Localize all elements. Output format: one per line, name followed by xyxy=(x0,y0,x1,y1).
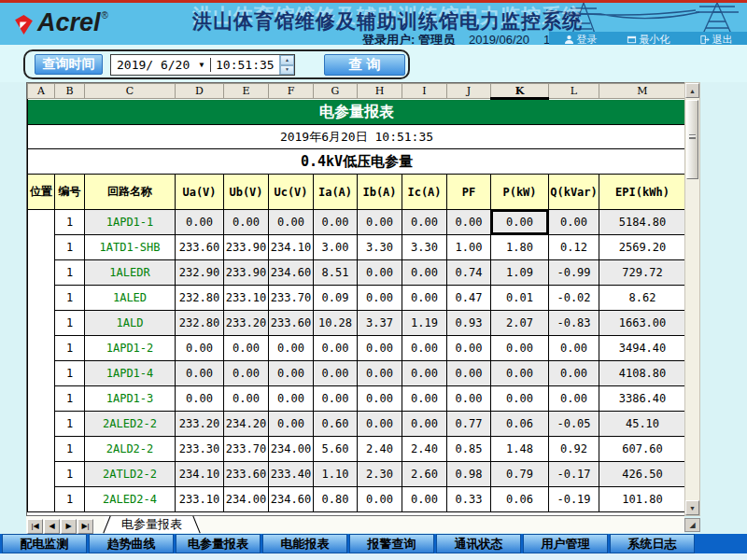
report-datetime[interactable]: 2019年6月20日 10:51:35 xyxy=(28,125,686,149)
circuit-name-cell[interactable]: 1ALED xyxy=(85,286,176,311)
column-header-6[interactable]: Ia(A) xyxy=(314,175,358,210)
circuit-number-cell[interactable]: 1 xyxy=(55,361,85,386)
value-cell[interactable]: 8.51 xyxy=(314,260,358,286)
value-cell[interactable]: 0.00 xyxy=(549,336,599,361)
value-cell[interactable]: 1.80 xyxy=(491,235,549,260)
value-cell[interactable]: 0.00 xyxy=(224,210,269,235)
value-cell[interactable]: 1663.00 xyxy=(599,311,686,336)
value-cell[interactable]: 0.00 xyxy=(447,361,491,386)
value-cell[interactable]: 0.00 xyxy=(402,336,447,361)
column-letter-C[interactable]: C xyxy=(85,84,176,99)
value-cell[interactable]: 232.90 xyxy=(176,260,224,286)
value-cell[interactable]: 0.00 xyxy=(402,210,447,235)
value-cell[interactable]: 2.40 xyxy=(402,437,447,462)
value-cell[interactable]: 0.00 xyxy=(549,210,599,235)
value-cell[interactable]: 0.98 xyxy=(447,462,491,487)
value-cell[interactable]: 0.00 xyxy=(447,336,491,361)
sheet-prev-icon[interactable]: ◀ xyxy=(44,519,60,534)
position-cell[interactable] xyxy=(28,210,55,512)
column-header-10[interactable]: P(kW) xyxy=(491,175,549,210)
column-header-9[interactable]: PF xyxy=(447,175,491,210)
value-cell[interactable]: 234.10 xyxy=(269,235,314,260)
value-cell[interactable]: 0.00 xyxy=(269,412,314,437)
value-cell[interactable]: 0.00 xyxy=(358,336,402,361)
spinner-down-icon[interactable]: ▼ xyxy=(280,65,294,76)
circuit-number-cell[interactable]: 1 xyxy=(55,487,85,512)
value-cell[interactable]: 3.00 xyxy=(314,235,358,260)
value-cell[interactable]: 0.09 xyxy=(314,286,358,311)
value-cell[interactable]: 426.50 xyxy=(599,462,686,487)
value-cell[interactable]: 234.00 xyxy=(224,487,269,512)
value-cell[interactable]: 0.00 xyxy=(269,210,314,235)
value-cell[interactable]: 1.09 xyxy=(491,260,549,286)
circuit-name-cell[interactable]: 2ALD2-2 xyxy=(85,437,176,462)
value-cell[interactable]: 729.72 xyxy=(599,260,686,286)
value-cell[interactable]: 3.30 xyxy=(402,235,447,260)
value-cell[interactable]: 0.00 xyxy=(176,210,224,235)
value-cell[interactable]: 233.70 xyxy=(224,437,269,462)
value-cell[interactable]: 233.70 xyxy=(269,286,314,311)
value-cell[interactable]: 233.90 xyxy=(224,235,269,260)
value-cell[interactable]: 0.00 xyxy=(314,386,358,412)
value-cell[interactable]: 2.60 xyxy=(402,462,447,487)
column-header-5[interactable]: Uc(V) xyxy=(269,175,314,210)
scrollbar-thumb[interactable] xyxy=(686,100,698,179)
column-header-7[interactable]: Ib(A) xyxy=(358,175,402,210)
value-cell[interactable]: 0.00 xyxy=(402,361,447,386)
value-cell[interactable]: 0.00 xyxy=(176,336,224,361)
value-cell[interactable]: 0.00 xyxy=(176,386,224,412)
circuit-number-cell[interactable]: 1 xyxy=(55,311,85,336)
nav-item-0[interactable]: 配电监测 xyxy=(2,534,87,553)
value-cell[interactable]: 233.60 xyxy=(176,235,224,260)
circuit-name-cell[interactable]: 2ATLD2-2 xyxy=(85,462,176,487)
value-cell[interactable]: 1.19 xyxy=(402,311,447,336)
value-cell[interactable]: 0.06 xyxy=(491,487,549,512)
value-cell[interactable]: 0.00 xyxy=(314,210,358,235)
column-header-8[interactable]: Ic(A) xyxy=(402,175,447,210)
sheet-last-icon[interactable]: ▶| xyxy=(78,519,93,534)
value-cell[interactable]: 0.00 xyxy=(402,412,447,437)
column-letter-M[interactable]: M xyxy=(599,84,686,99)
value-cell[interactable]: 3494.40 xyxy=(599,336,686,361)
column-letter-J[interactable]: J xyxy=(447,84,491,99)
vertical-scrollbar[interactable]: ▲ ▼ xyxy=(684,82,700,516)
column-header-2[interactable]: 回路名称 xyxy=(85,175,176,210)
value-cell[interactable]: 0.00 xyxy=(549,361,599,386)
value-cell[interactable]: 0.00 xyxy=(491,210,549,235)
value-cell[interactable]: 3.37 xyxy=(358,311,402,336)
column-letter-K[interactable]: K xyxy=(491,84,549,99)
value-cell[interactable]: 233.10 xyxy=(224,286,269,311)
circuit-name-cell[interactable]: 1ATD1-SHB xyxy=(85,235,176,260)
value-cell[interactable]: -0.17 xyxy=(549,462,599,487)
nav-item-7[interactable]: 系统日志 xyxy=(610,534,695,553)
value-cell[interactable]: 0.00 xyxy=(358,260,402,286)
value-cell[interactable]: -0.19 xyxy=(549,487,599,512)
circuit-number-cell[interactable]: 1 xyxy=(55,235,85,260)
value-cell[interactable]: 0.77 xyxy=(447,412,491,437)
value-cell[interactable]: 2.40 xyxy=(358,437,402,462)
value-cell[interactable]: 0.00 xyxy=(549,386,599,412)
value-cell[interactable]: 0.80 xyxy=(314,487,358,512)
nav-item-2[interactable]: 电参量报表 xyxy=(176,534,261,553)
value-cell[interactable]: 234.10 xyxy=(176,462,224,487)
circuit-name-cell[interactable]: 1APD1-1 xyxy=(85,210,176,235)
column-header-1[interactable]: 编号 xyxy=(55,175,85,210)
date-input[interactable]: 2019/ 6/20 xyxy=(111,58,193,72)
value-cell[interactable]: 0.33 xyxy=(447,487,491,512)
circuit-number-cell[interactable]: 1 xyxy=(55,286,85,311)
column-header-0[interactable]: 位置 xyxy=(28,175,55,210)
nav-item-6[interactable]: 用户管理 xyxy=(523,534,608,553)
value-cell[interactable]: 5.60 xyxy=(314,437,358,462)
value-cell[interactable]: 233.90 xyxy=(224,260,269,286)
scroll-up-icon[interactable]: ▲ xyxy=(685,83,699,98)
sheet-tab[interactable]: 电参量报表 xyxy=(105,516,199,533)
value-cell[interactable]: 233.20 xyxy=(224,311,269,336)
sheet-next-icon[interactable]: ▶ xyxy=(61,519,77,534)
value-cell[interactable]: 0.00 xyxy=(491,386,549,412)
value-cell[interactable]: 234.60 xyxy=(269,260,314,286)
value-cell[interactable]: 0.00 xyxy=(358,487,402,512)
value-cell[interactable]: 0.12 xyxy=(549,235,599,260)
circuit-name-cell[interactable]: 1APD1-3 xyxy=(85,386,176,412)
circuit-number-cell[interactable]: 1 xyxy=(55,260,85,286)
value-cell[interactable]: 233.40 xyxy=(269,462,314,487)
